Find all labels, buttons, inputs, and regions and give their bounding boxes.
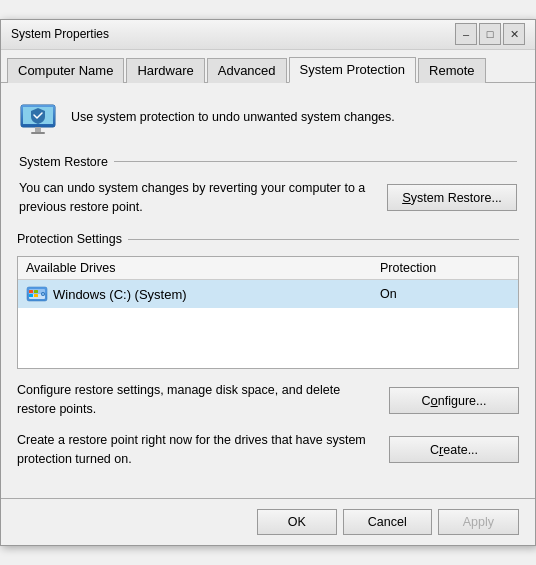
restore-row: You can undo system changes by reverting… [19,179,517,217]
ok-button[interactable]: OK [257,509,337,535]
header-section: Use system protection to undo unwanted s… [17,97,519,139]
system-restore-divider: System Restore [19,155,517,169]
drive-name: Windows (C:) (System) [26,285,380,303]
shield-icon [17,97,59,139]
tabs-bar: Computer Name Hardware Advanced System P… [1,50,535,83]
apply-button[interactable]: Apply [438,509,519,535]
svg-rect-3 [35,127,41,132]
drive-icon [26,285,48,303]
divider-line [114,161,517,162]
table-row[interactable]: Windows (C:) (System) On [18,280,518,308]
svg-rect-12 [29,294,33,297]
restore-description: You can undo system changes by reverting… [19,179,373,217]
svg-rect-10 [29,290,33,293]
cancel-button[interactable]: Cancel [343,509,432,535]
system-restore-section: System Restore You can undo system chang… [17,155,519,217]
create-description: Create a restore point right now for the… [17,431,375,469]
tab-content: Use system protection to undo unwanted s… [1,83,535,499]
system-restore-button[interactable]: System Restore... [387,184,517,211]
drives-table: Available Drives Protection [17,256,519,369]
system-restore-label: System Restore [19,155,114,169]
svg-rect-4 [31,132,45,134]
protection-settings-divider: Protection Settings [17,232,519,246]
protection-settings-label: Protection Settings [17,232,128,246]
window-title: System Properties [11,27,109,41]
tab-remote[interactable]: Remote [418,58,486,83]
svg-rect-11 [34,290,38,293]
create-button[interactable]: Create... [389,436,519,463]
close-button[interactable]: ✕ [503,23,525,45]
col-drive-header: Available Drives [26,261,380,275]
table-empty-space [18,308,518,368]
system-properties-window: System Properties – □ ✕ Computer Name Ha… [0,19,536,547]
protection-status: On [380,287,510,301]
minimize-button[interactable]: – [455,23,477,45]
maximize-button[interactable]: □ [479,23,501,45]
tab-hardware[interactable]: Hardware [126,58,204,83]
col-protection-header: Protection [380,261,510,275]
configure-button[interactable]: Configure... [389,387,519,414]
configure-description: Configure restore settings, manage disk … [17,381,375,419]
table-header: Available Drives Protection [18,257,518,280]
divider-line-2 [128,239,519,240]
tab-system-protection[interactable]: System Protection [289,57,417,83]
tab-computer-name[interactable]: Computer Name [7,58,124,83]
title-bar: System Properties – □ ✕ [1,20,535,50]
configure-row: Configure restore settings, manage disk … [17,381,519,419]
header-description: Use system protection to undo unwanted s… [71,109,395,127]
protection-settings-section: Protection Settings Available Drives Pro… [17,232,519,468]
create-row: Create a restore point right now for the… [17,431,519,469]
svg-rect-13 [34,294,38,297]
footer: OK Cancel Apply [1,498,535,545]
title-bar-controls: – □ ✕ [455,23,525,45]
svg-point-9 [42,293,44,295]
tab-advanced[interactable]: Advanced [207,58,287,83]
